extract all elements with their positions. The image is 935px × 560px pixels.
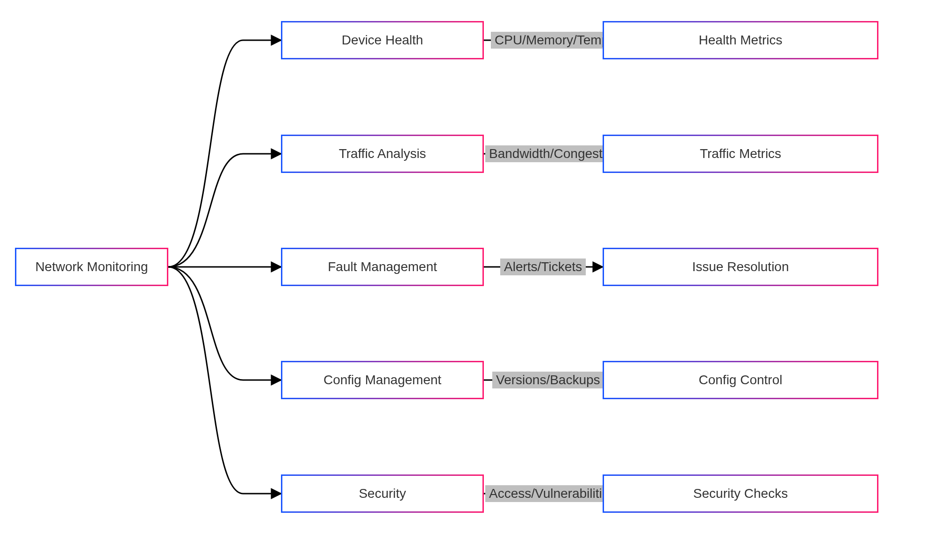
node-traffic-analysis[interactable]: Traffic Analysis — [281, 135, 484, 173]
node-label: Traffic Metrics — [700, 146, 781, 161]
edge-label-text: Versions/Backups — [496, 373, 600, 388]
edge-label-access-vulnerabilities: Access/Vulnerabilities — [485, 485, 619, 502]
node-label: Health Metrics — [699, 33, 783, 48]
edge-label-versions-backups: Versions/Backups — [492, 372, 604, 388]
node-config-control[interactable]: Config Control — [603, 361, 878, 399]
node-root-label: Network Monitoring — [35, 259, 148, 274]
node-label: Security — [359, 486, 406, 501]
edge-label-text: Access/Vulnerabilities — [489, 486, 616, 501]
edge-label-alerts-tickets: Alerts/Tickets — [500, 258, 586, 275]
node-label: Config Control — [699, 373, 783, 388]
node-label: Security Checks — [693, 486, 788, 501]
node-label: Issue Resolution — [692, 259, 789, 274]
node-traffic-metrics[interactable]: Traffic Metrics — [603, 135, 878, 173]
edge-label-text: CPU/Memory/Temp — [495, 33, 609, 48]
node-label: Config Management — [324, 373, 441, 388]
edge-label-text: Bandwidth/Congestion — [489, 146, 620, 161]
node-label: Device Health — [342, 33, 423, 48]
node-config-management[interactable]: Config Management — [281, 361, 484, 399]
node-issue-resolution[interactable]: Issue Resolution — [603, 248, 878, 286]
node-label: Traffic Analysis — [339, 146, 426, 161]
node-fault-management[interactable]: Fault Management — [281, 248, 484, 286]
edge-label-text: Alerts/Tickets — [504, 259, 582, 274]
node-device-health[interactable]: Device Health — [281, 21, 484, 59]
node-security[interactable]: Security — [281, 474, 484, 513]
node-security-checks[interactable]: Security Checks — [603, 474, 878, 513]
edge-label-cpu-memory-temp: CPU/Memory/Temp — [491, 32, 612, 49]
node-label: Fault Management — [328, 259, 437, 274]
node-health-metrics[interactable]: Health Metrics — [603, 21, 878, 59]
node-root[interactable]: Network Monitoring — [15, 248, 168, 286]
